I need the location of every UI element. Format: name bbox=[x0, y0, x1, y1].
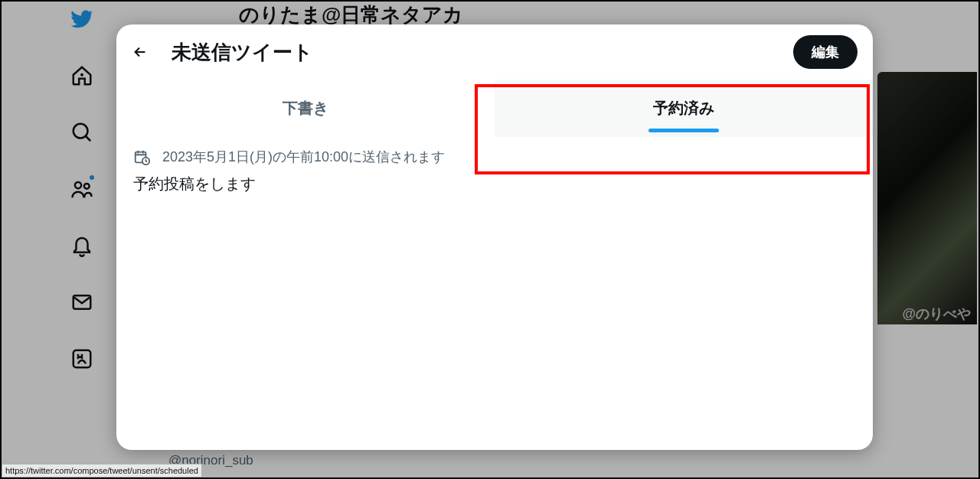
tab-drafts[interactable]: 下書き bbox=[116, 80, 495, 137]
scheduled-meta: 2023年5月1日(月)の午前10:00に送信されます bbox=[133, 148, 856, 166]
calendar-clock-icon bbox=[133, 148, 150, 165]
scheduled-tweet-item[interactable]: 2023年5月1日(月)の午前10:00に送信されます 予約投稿をします bbox=[116, 137, 873, 205]
tab-drafts-label: 下書き bbox=[283, 99, 328, 116]
tab-scheduled-label: 予約済み bbox=[653, 99, 714, 116]
arrow-left-icon bbox=[132, 44, 149, 60]
edit-button[interactable]: 編集 bbox=[793, 35, 858, 69]
unsent-tweets-modal: 未送信ツイート 編集 下書き 予約済み 2023年5月1日(月)の午前10:00… bbox=[116, 24, 873, 450]
modal-title: 未送信ツイート bbox=[172, 39, 776, 66]
scheduled-meta-text: 2023年5月1日(月)の午前10:00に送信されます bbox=[162, 148, 445, 166]
browser-status-bar: https://twitter.com/compose/tweet/unsent… bbox=[2, 464, 202, 477]
tab-scheduled[interactable]: 予約済み bbox=[495, 80, 873, 137]
scheduled-body: 予約投稿をします bbox=[133, 174, 856, 194]
tabs: 下書き 予約済み bbox=[116, 80, 873, 137]
modal-header: 未送信ツイート 編集 bbox=[116, 24, 873, 80]
back-button[interactable] bbox=[126, 37, 155, 67]
tab-underline bbox=[648, 129, 719, 132]
